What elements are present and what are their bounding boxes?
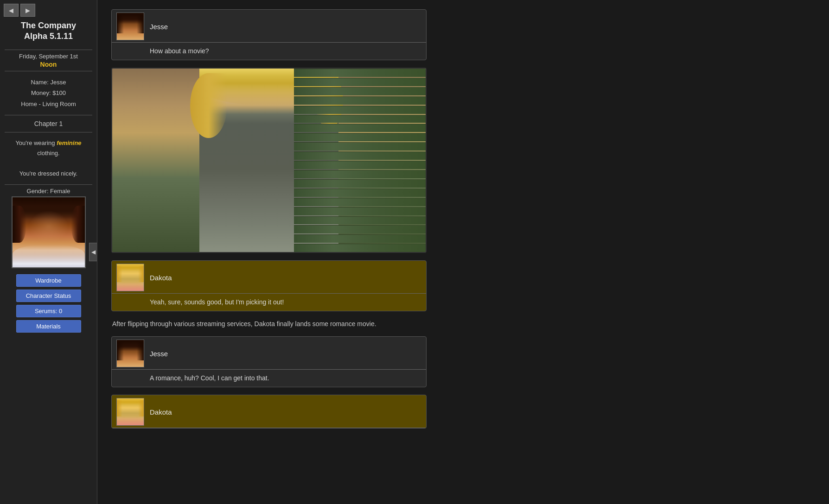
jesse-avatar-1 (116, 13, 144, 40)
date-display: Friday, September 1st (19, 53, 78, 60)
location-info: Home - Living Room (21, 99, 76, 109)
serums-button[interactable]: Serums: 0 (16, 305, 81, 317)
chapter-display: Chapter 1 (34, 120, 63, 127)
main-content: Jesse How about a movie? (97, 0, 829, 504)
clothing-line2: clothing. (15, 148, 81, 158)
dialogue-header-2: Dakota (112, 261, 426, 294)
sidebar: ◀ ▶ The Company Alpha 5.1.11 Friday, Sep… (0, 0, 97, 504)
divider-5 (5, 184, 92, 185)
back-button[interactable]: ◀ (4, 4, 19, 17)
narrative-text: After flipping through various streaming… (111, 319, 427, 329)
divider-1 (5, 50, 92, 50)
materials-button[interactable]: Materials (16, 320, 81, 333)
player-avatar (12, 196, 86, 268)
clothing-info: You're wearing feminine clothing. You're… (11, 138, 86, 179)
name-info: Name: Jesse (21, 77, 76, 88)
dialogue-header-4: Dakota (112, 395, 426, 428)
jesse-avatar-2 (116, 340, 144, 367)
clothing-line1: You're wearing feminine (15, 138, 81, 148)
money-info: Money: $100 (21, 88, 76, 98)
dressed-status: You're dressed nicely. (15, 169, 81, 179)
collapse-sidebar-button[interactable]: ◀ (89, 243, 97, 261)
dialogue-header-1: Jesse (112, 10, 426, 43)
divider-2 (5, 71, 92, 71)
nav-buttons: ◀ ▶ (0, 4, 35, 17)
dakota-avatar-2 (116, 398, 144, 426)
character-info: Name: Jesse Money: $100 Home - Living Ro… (21, 77, 76, 109)
clothing-style: feminine (57, 139, 81, 146)
dakota-avatar-1 (116, 264, 144, 291)
wardrobe-button[interactable]: Wardrobe (16, 274, 81, 287)
scene-image (111, 68, 427, 253)
dakota-text-1: Yeah, sure, sounds good, but I'm picking… (112, 294, 426, 311)
dialogue-jesse-1: Jesse How about a movie? (111, 9, 427, 60)
jesse-name-2: Jesse (150, 350, 168, 358)
dialogue-dakota-2: Dakota (111, 395, 427, 428)
jesse-text-2: A romance, huh? Cool, I can get into tha… (112, 370, 426, 387)
divider-4 (5, 132, 92, 132)
game-title: The Company Alpha 5.1.11 (17, 20, 80, 42)
time-display: Noon (40, 61, 57, 68)
gender-display: Gender: Female (27, 188, 70, 195)
dakota-name-1: Dakota (150, 274, 172, 282)
divider-3 (5, 115, 92, 115)
jesse-name-1: Jesse (150, 23, 168, 31)
dialogue-jesse-2: Jesse A romance, huh? Cool, I can get in… (111, 336, 427, 387)
dialogue-header-3: Jesse (112, 337, 426, 370)
character-status-button[interactable]: Character Status (16, 290, 81, 302)
jesse-text-1: How about a movie? (112, 43, 426, 60)
dakota-name-2: Dakota (150, 408, 172, 416)
dialogue-dakota-1: Dakota Yeah, sure, sounds good, but I'm … (111, 260, 427, 311)
forward-button[interactable]: ▶ (20, 4, 35, 17)
